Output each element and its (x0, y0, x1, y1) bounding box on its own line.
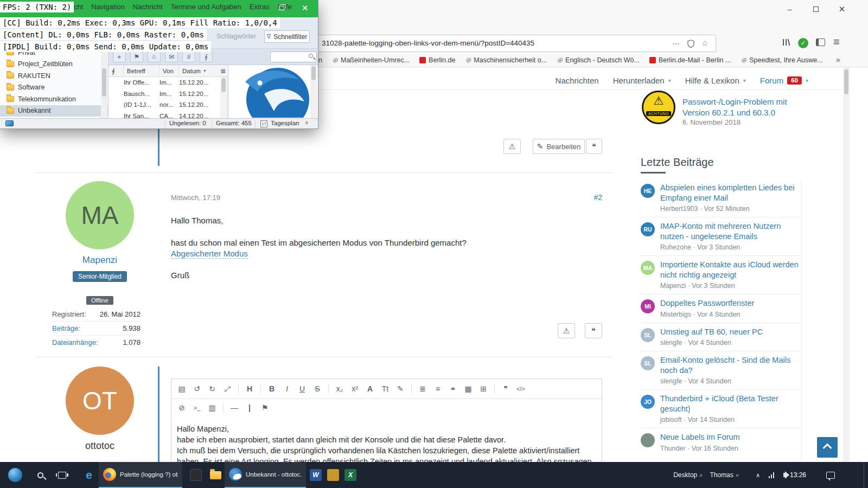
taskbar-search-button[interactable] (30, 462, 50, 488)
code-button[interactable]: </> (514, 382, 528, 395)
thunderbird-taskbar-button[interactable]: Unbekannt - ottotoc... (225, 462, 306, 488)
folder-row[interactable]: Software (0, 82, 108, 94)
horizontal-rule-button[interactable]: — (227, 401, 241, 414)
bookmark-star-icon[interactable]: ☆ (701, 39, 709, 48)
menu-item[interactable]: Extras (250, 3, 270, 11)
tag-filter-icon[interactable]: # (182, 52, 195, 62)
page-actions-icon[interactable]: ⋯ (672, 39, 680, 48)
start-button[interactable] (4, 462, 26, 488)
recent-post-title[interactable]: Neue Labels im Forum (660, 432, 740, 442)
font-size-button[interactable]: Tt (378, 382, 392, 395)
image-button[interactable]: ▦ (461, 382, 475, 395)
hidden-icons-chevron[interactable]: ∧ (752, 462, 764, 488)
word-app-icon[interactable]: W (307, 462, 324, 488)
mail-row[interactable]: Ihr Offe...Im...15.12.20... (108, 77, 220, 88)
folder-row[interactable]: RAKUTEN (0, 70, 108, 82)
star-filter-icon[interactable]: ☆ (148, 52, 161, 62)
task-view-button[interactable] (52, 462, 72, 488)
report-button[interactable]: ⚠ (558, 323, 575, 338)
post-link-label[interactable]: Abgesicherter Modus (171, 249, 248, 259)
bold-button[interactable]: B (265, 382, 279, 395)
underline-button[interactable]: U (295, 382, 309, 395)
recent-post-title[interactable]: IMAP-Konto mit mehreren Nutzern nutzen -… (660, 221, 800, 241)
table-button[interactable]: ⊞ (476, 382, 490, 395)
recent-post-item[interactable]: Neue Labels im ForumThunder · Vor 16 Stu… (641, 428, 800, 457)
post-editor[interactable]: ▤ ↺ ↻ ⤢ H B I U S x₂ x² A Tt ✎ ≣ ≡ ⚭ ▦ ⊞… (171, 378, 602, 462)
avatar[interactable]: OT (66, 367, 134, 435)
comment-button[interactable]: ❞ (499, 382, 513, 395)
bookmark-item[interactable]: ⊕Maschinensicherheit o... (465, 56, 547, 64)
post-link[interactable]: Abgesicherter Modus (171, 249, 248, 258)
report-button[interactable]: ⚠ (503, 139, 521, 154)
spoiler-button[interactable]: ▥ (205, 401, 219, 414)
shield-icon[interactable] (687, 40, 694, 49)
editor-textarea[interactable]: Hallo Mapenzi, habe ich eben ausprobiert… (171, 416, 602, 462)
author-name[interactable]: Mapenzi (35, 255, 164, 266)
chevron-up-icon[interactable]: ∧ (305, 120, 309, 125)
announcement-title[interactable]: Version 60.2.1 und 60.3.0 (682, 107, 796, 118)
author-name[interactable]: ottotoc (35, 440, 164, 452)
recent-post-title[interactable]: Umstieg auf TB 60, neuer PC (660, 327, 763, 337)
window-minimize-button[interactable]: – (780, 2, 800, 16)
avatar[interactable]: MA (66, 181, 134, 249)
menu-item[interactable]: Nachricht (133, 3, 163, 11)
quote-button[interactable]: ❝ (585, 323, 602, 338)
folder-row-selected[interactable]: Unbekannt (0, 105, 108, 117)
mail-row[interactable]: Bausch...Im...15.12.20... (108, 88, 220, 100)
taskbar-clock[interactable]: 13:26 (786, 462, 810, 488)
recent-post-item[interactable]: SL Email-Konto gelöscht - Sind die Mails… (641, 351, 800, 390)
quote-button[interactable]: ❝ (586, 139, 602, 154)
firefox-taskbar-button[interactable]: Palette (logging ?) ob... (99, 462, 182, 488)
bookmarks-overflow-icon[interactable]: » (836, 55, 840, 64)
column-von[interactable]: Von (159, 65, 179, 76)
page-scrollbar-thumb[interactable] (844, 69, 848, 94)
window-maximize-button[interactable] (806, 2, 826, 16)
terminal-button[interactable]: >_ (190, 401, 204, 414)
column-datum[interactable]: Datum▼ (179, 65, 221, 76)
superscript-button[interactable]: x² (348, 382, 362, 395)
hidden-text-button[interactable]: ⊘ (175, 401, 189, 414)
desktop-toolbar[interactable]: Desktop» (672, 462, 704, 488)
nav-nachrichten[interactable]: Nachrichten (556, 76, 599, 85)
dark-app-icon[interactable] (187, 462, 205, 488)
file-explorer-button[interactable] (206, 462, 225, 488)
flag-filter-icon[interactable]: ⚑ (130, 52, 143, 62)
bookmark-item[interactable]: Berlin.de (419, 56, 455, 64)
nav-hilfe-lexikon[interactable]: Hilfe & Lexikon▾ (685, 76, 746, 85)
scroll-to-top-button[interactable] (817, 437, 838, 458)
attachment-column-icon[interactable]: ∮ (108, 65, 124, 76)
recent-post-item[interactable]: MI Doppeltes PasswortfensterMisterbigs ·… (641, 294, 800, 323)
nav-forum[interactable]: Forum60▾ (760, 76, 808, 85)
recent-post-item[interactable]: MA Importierte Kontakte aus iCloud werde… (641, 256, 800, 294)
action-center-button[interactable] (822, 462, 839, 488)
mail-row[interactable]: Ihr San...CA...14.12.20... (108, 111, 220, 119)
recent-post-title[interactable]: Email-Konto gelöscht - Sind die Mails no… (660, 355, 800, 375)
thunderbird-close-button[interactable]: ✕ (302, 3, 309, 13)
recent-post-item[interactable]: RU IMAP-Konto mit mehreren Nutzern nutze… (641, 217, 800, 256)
bookmark-item[interactable]: ⊕Englisch - Deutsch Wö... (557, 56, 640, 64)
undo-button[interactable]: ↺ (190, 382, 204, 395)
recent-post-item[interactable]: JO Thunderbird + iCloud (Beta Tester ges… (641, 390, 800, 428)
recent-post-title[interactable]: Thunderbird + iCloud (Beta Tester gesuch… (660, 394, 800, 414)
recent-post-title[interactable]: Abspielen eines kompletten Liedes bei Em… (660, 183, 800, 203)
column-betreff[interactable]: Betreff (124, 65, 159, 76)
nav-herunterladen[interactable]: Herunterladen▾ (613, 76, 671, 85)
pin-filter-icon[interactable]: ⌖ (113, 52, 126, 62)
list-button[interactable]: ≣ (416, 382, 430, 395)
announcement-title[interactable]: Passwort-/Login-Problem mit (682, 97, 796, 107)
folder-row[interactable]: Telekommunikation (0, 93, 108, 105)
tagesplan-button[interactable]: Tagesplan (271, 120, 299, 126)
sidebar-toggle-icon[interactable] (816, 38, 825, 48)
mail-filter-icon[interactable]: ✉ (165, 52, 178, 62)
restore-window-icon[interactable] (279, 6, 284, 10)
html-source-button[interactable]: ▤ (175, 382, 189, 395)
column-picker-icon[interactable]: ▦ (221, 68, 228, 74)
edit-button[interactable]: ✎Bearbeiten (533, 139, 585, 154)
schnellfilter-button[interactable]: ∇Schnellfilter (264, 30, 310, 43)
network-tray-icon[interactable] (765, 462, 778, 488)
recent-post-item[interactable]: SL Umstieg auf TB 60, neuer PCslengfe · … (641, 323, 800, 352)
excel-app-icon[interactable]: X (342, 462, 359, 488)
mail-list-scrollbar-thumb[interactable] (221, 78, 226, 92)
post-number-link[interactable]: #2 (564, 193, 602, 202)
mail-row[interactable]: (ID 1-1J...nor...15.12.20... (108, 99, 220, 111)
